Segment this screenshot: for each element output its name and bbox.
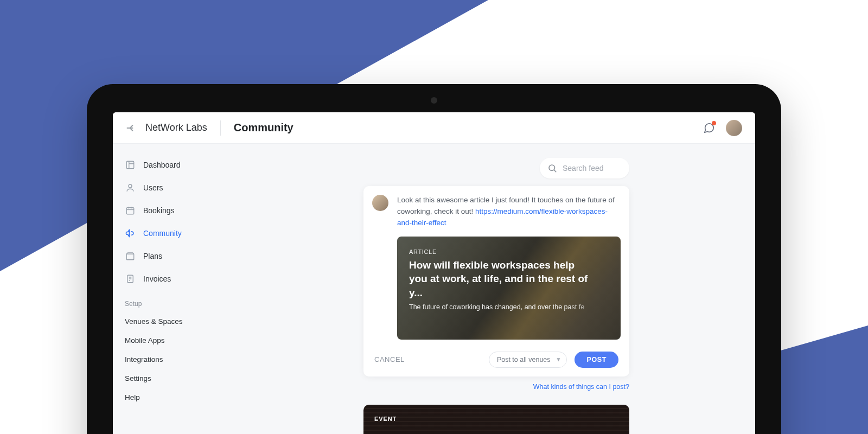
megaphone-icon xyxy=(125,228,136,239)
sidebar-item-users[interactable]: Users xyxy=(113,176,238,199)
page-title: Community xyxy=(234,122,293,134)
bookings-icon xyxy=(125,205,136,216)
composer-avatar[interactable] xyxy=(372,195,388,211)
device-camera xyxy=(431,97,437,104)
notification-dot-icon xyxy=(712,121,716,125)
sidebar-setup-integrations[interactable]: Integrations xyxy=(113,350,238,369)
users-icon xyxy=(125,182,136,193)
link-preview-label: ARTICLE xyxy=(409,248,609,255)
sidebar: Dashboard Users Bookings xyxy=(113,144,238,434)
post-scope-select[interactable]: Post to all venues ▼ xyxy=(489,352,567,368)
svg-rect-2 xyxy=(126,161,134,169)
search-icon xyxy=(547,163,557,173)
sidebar-setup-settings[interactable]: Settings xyxy=(113,369,238,388)
back-arrow-icon[interactable] xyxy=(126,123,137,133)
sidebar-item-invoices[interactable]: Invoices xyxy=(113,267,238,290)
sidebar-setup-venues[interactable]: Venues & Spaces xyxy=(113,312,238,331)
sidebar-item-community[interactable]: Community xyxy=(113,222,238,245)
dashboard-icon xyxy=(125,159,136,170)
link-preview-title: How will flexible workspaces help you at… xyxy=(409,258,588,300)
brand-name[interactable]: NetWork Labs xyxy=(145,122,207,133)
sidebar-setup-mobile[interactable]: Mobile Apps xyxy=(113,331,238,350)
svg-point-5 xyxy=(129,184,132,188)
svg-rect-10 xyxy=(126,254,134,260)
composer-text[interactable]: Look at this awesome article I just foun… xyxy=(397,195,621,229)
avatar[interactable] xyxy=(726,120,742,136)
post-scope-label: Post to all venues xyxy=(497,356,551,363)
cancel-button[interactable]: CANCEL xyxy=(374,355,405,363)
post-help-link[interactable]: What kinds of things can I post? xyxy=(533,383,629,391)
post-composer: Look at this awesome article I just foun… xyxy=(363,186,629,376)
sidebar-item-label: Bookings xyxy=(143,206,175,215)
event-label: EVENT xyxy=(374,416,618,422)
search-feed[interactable] xyxy=(540,158,629,178)
header-divider xyxy=(220,120,221,136)
chat-icon[interactable] xyxy=(703,122,715,134)
post-button[interactable]: POST xyxy=(575,352,618,368)
sidebar-item-dashboard[interactable]: Dashboard xyxy=(113,154,238,176)
app-header: NetWork Labs Community xyxy=(113,112,755,144)
sidebar-setup-help[interactable]: Help xyxy=(113,388,238,407)
sidebar-item-plans[interactable]: Plans xyxy=(113,245,238,267)
chevron-down-icon: ▼ xyxy=(556,356,561,362)
feed-event-card[interactable]: EVENT xyxy=(363,405,629,434)
invoices-icon xyxy=(125,273,136,284)
sidebar-item-label: Users xyxy=(143,183,163,192)
svg-line-16 xyxy=(554,170,556,171)
sidebar-item-label: Invoices xyxy=(143,275,171,283)
sidebar-item-label: Plans xyxy=(143,252,162,260)
sidebar-item-bookings[interactable]: Bookings xyxy=(113,199,238,222)
search-input[interactable] xyxy=(563,164,622,173)
svg-rect-6 xyxy=(126,208,134,214)
sidebar-section-setup: Setup xyxy=(113,290,238,312)
link-preview-desc: The future of coworking has changed, and… xyxy=(409,303,609,311)
tablet-frame: NetWork Labs Community Dashboard xyxy=(87,84,781,434)
sidebar-item-label: Community xyxy=(143,229,182,238)
link-preview-card[interactable]: ARTICLE How will flexible workspaces hel… xyxy=(397,237,621,340)
sidebar-item-label: Dashboard xyxy=(143,161,181,169)
plans-icon xyxy=(125,251,136,261)
